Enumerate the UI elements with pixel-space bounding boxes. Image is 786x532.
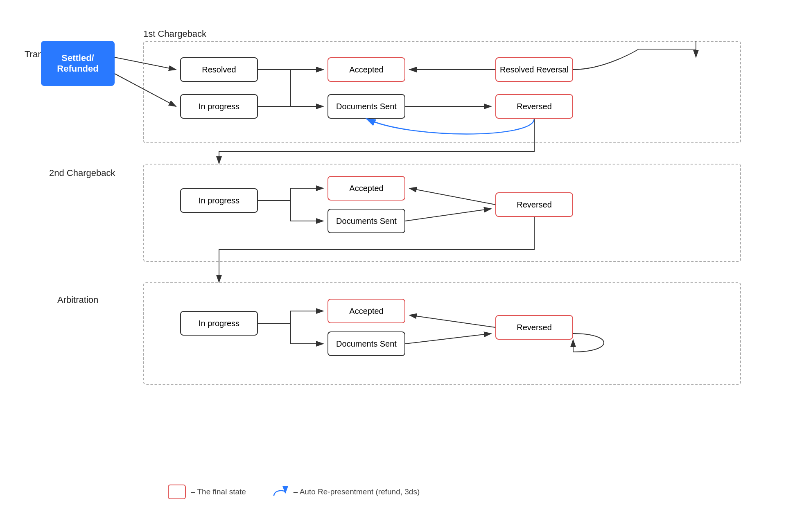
cb2-in-progress-node: In progress	[180, 188, 258, 213]
arb-documents-sent-node: Documents Sent	[328, 331, 405, 356]
transaction-node: Settled/ Refunded	[41, 41, 115, 86]
legend-auto-representment: – Auto Re-presentment (refund, 3ds)	[271, 485, 420, 499]
arbitration-label: Arbitration	[57, 295, 98, 305]
cb1-accepted-node: Accepted	[328, 57, 405, 82]
cb1-documents-sent-node: Documents Sent	[328, 94, 405, 119]
cb1-resolved-reversal-node: Resolved Reversal	[495, 57, 573, 82]
legend-final-state-box	[168, 485, 186, 499]
chargeback1-label: 1st Chargeback	[143, 29, 206, 39]
arb-accepted-node: Accepted	[328, 299, 405, 323]
cb1-reversed-node: Reversed	[495, 94, 573, 119]
cb2-accepted-node: Accepted	[328, 176, 405, 201]
arb-in-progress-node: In progress	[180, 311, 258, 336]
chargeback2-box	[143, 164, 741, 262]
legend-auto-representment-label: – Auto Re-presentment (refund, 3ds)	[294, 487, 420, 496]
cb2-reversed-node: Reversed	[495, 192, 573, 217]
cb1-in-progress-node: In progress	[180, 94, 258, 119]
chargeback1-box	[143, 41, 741, 143]
cb2-documents-sent-node: Documents Sent	[328, 209, 405, 233]
chargeback2-label: 2nd Chargeback	[49, 168, 115, 178]
legend-final-state-label: – The final state	[191, 487, 246, 496]
arb-reversed-node: Reversed	[495, 315, 573, 340]
cb1-resolved-node: Resolved	[180, 57, 258, 82]
legend-final-state: – The final state	[168, 485, 246, 499]
legend-auto-representment-icon	[271, 485, 289, 499]
diagram-container: Transaction 1st Chargeback 2nd Chargebac…	[25, 16, 761, 516]
legend: – The final state – Auto Re-presentment …	[168, 485, 420, 499]
